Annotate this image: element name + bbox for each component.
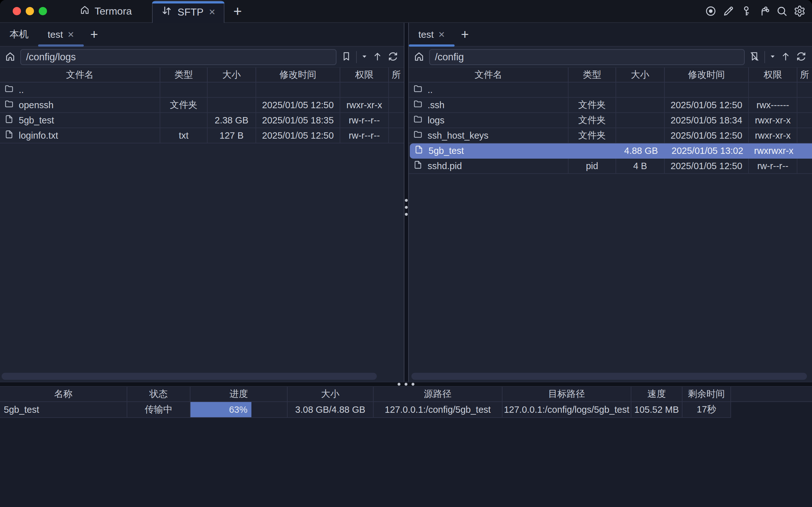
parent-directory-icon[interactable] bbox=[780, 51, 791, 63]
refresh-icon[interactable] bbox=[387, 51, 399, 63]
horizontal-scrollbar[interactable] bbox=[2, 373, 377, 380]
column-header-owner[interactable]: 所 bbox=[389, 68, 404, 82]
column-header-remaining[interactable]: 剩余时间 bbox=[683, 387, 731, 402]
tab-remote-test[interactable]: test ✕ bbox=[409, 23, 454, 46]
column-header-name[interactable]: 名称 bbox=[0, 387, 127, 402]
tab-home[interactable]: Termora bbox=[76, 4, 135, 18]
transfer-status: 传输中 bbox=[127, 402, 191, 418]
tab-local-machine[interactable]: 本机 bbox=[0, 23, 38, 46]
titlebar: Termora SFTP ✕ + bbox=[0, 0, 812, 23]
column-header-size[interactable]: 大小 bbox=[287, 387, 374, 402]
pane-splitter-vertical[interactable] bbox=[404, 23, 409, 382]
close-icon[interactable]: ✕ bbox=[209, 8, 216, 16]
file-icon bbox=[4, 129, 14, 142]
column-header-owner[interactable]: 所 bbox=[797, 68, 812, 82]
file-icon bbox=[413, 160, 423, 172]
column-header-type[interactable]: 类型 bbox=[160, 68, 208, 82]
pane-splitter-horizontal[interactable] bbox=[0, 382, 812, 387]
refresh-icon[interactable] bbox=[796, 51, 807, 63]
new-main-tab-button[interactable]: + bbox=[233, 4, 242, 18]
table-row[interactable]: logs 文件夹 2025/01/05 18:34 rwxr-xr-x bbox=[409, 113, 812, 128]
column-header-target[interactable]: 目标路径 bbox=[502, 387, 631, 402]
column-header-type[interactable]: 类型 bbox=[569, 68, 616, 82]
home-icon[interactable] bbox=[413, 51, 425, 63]
progress-label: 63% bbox=[229, 404, 247, 415]
home-icon[interactable] bbox=[4, 51, 16, 63]
folder-icon bbox=[413, 99, 423, 111]
table-row[interactable]: sshd.pid pid 4 B 2025/01/05 12:50 rw-r--… bbox=[409, 159, 812, 174]
column-header-size[interactable]: 大小 bbox=[616, 68, 665, 82]
file-name: logs bbox=[428, 115, 444, 126]
transfer-arrows-icon bbox=[161, 5, 172, 19]
sftp-tab-label: SFTP bbox=[177, 6, 204, 18]
file-name: ssh_host_keys bbox=[428, 130, 489, 141]
parent-directory-icon[interactable] bbox=[372, 51, 383, 63]
file-name: .ssh bbox=[428, 100, 444, 110]
table-row[interactable]: loginfo.txt txt 127 B 2025/01/05 12:50 r… bbox=[0, 128, 404, 144]
column-header-modified[interactable]: 修改时间 bbox=[665, 68, 749, 82]
bookmark-icon[interactable] bbox=[341, 51, 352, 63]
chevron-down-icon[interactable] bbox=[361, 53, 368, 61]
horizontal-scrollbar[interactable] bbox=[412, 373, 807, 380]
remote-pane-tabs: test ✕ + bbox=[409, 23, 812, 47]
folder-icon bbox=[413, 114, 423, 126]
home-icon bbox=[79, 4, 90, 18]
local-path-input[interactable] bbox=[20, 49, 336, 65]
edit-icon[interactable] bbox=[722, 5, 735, 17]
settings-icon[interactable] bbox=[794, 5, 806, 17]
bookmark-slash-icon[interactable] bbox=[749, 51, 760, 63]
table-row-selected[interactable]: 5gb_test 4.88 GB 2025/01/05 13:02 rwxrwx… bbox=[410, 144, 812, 159]
column-header-blank bbox=[731, 387, 812, 402]
column-header-modified[interactable]: 修改时间 bbox=[256, 68, 340, 82]
close-icon[interactable]: ✕ bbox=[67, 31, 74, 39]
folder-icon bbox=[413, 129, 423, 142]
transfer-header: 名称 状态 进度 大小 源路径 目标路径 速度 剩余时间 bbox=[0, 387, 812, 402]
divider bbox=[356, 51, 357, 63]
column-header-source[interactable]: 源路径 bbox=[374, 387, 502, 402]
active-tab-underline bbox=[409, 44, 454, 47]
new-local-tab-button[interactable]: + bbox=[84, 23, 104, 46]
table-row[interactable]: 5gb_test 2.38 GB 2025/01/05 18:35 rw-r--… bbox=[0, 113, 404, 128]
column-header-speed[interactable]: 速度 bbox=[631, 387, 683, 402]
remote-path-input[interactable] bbox=[429, 49, 745, 65]
tab-sftp[interactable]: SFTP ✕ bbox=[152, 1, 224, 23]
column-header-status[interactable]: 状态 bbox=[127, 387, 191, 402]
table-row[interactable]: .. bbox=[0, 82, 404, 98]
minimize-window-button[interactable] bbox=[26, 7, 34, 15]
record-icon[interactable] bbox=[705, 5, 717, 17]
table-row[interactable]: .. bbox=[409, 82, 812, 98]
new-remote-tab-button[interactable]: + bbox=[454, 23, 475, 46]
tab-label: test bbox=[418, 29, 434, 40]
search-icon[interactable] bbox=[776, 5, 788, 17]
tab-label: test bbox=[48, 29, 63, 40]
chevron-down-icon[interactable] bbox=[769, 53, 776, 61]
column-header-size[interactable]: 大小 bbox=[208, 68, 256, 82]
transfer-remaining-time: 17秒 bbox=[683, 402, 731, 418]
column-header-perms[interactable]: 权限 bbox=[340, 68, 389, 82]
file-name: loginfo.txt bbox=[19, 130, 58, 141]
column-header-name[interactable]: 文件名 bbox=[409, 68, 569, 82]
column-header-name[interactable]: 文件名 bbox=[0, 68, 160, 82]
splitter-handle-dots bbox=[405, 199, 408, 216]
table-row[interactable]: openssh 文件夹 2025/01/05 12:50 rwxr-xr-x bbox=[0, 98, 404, 113]
transfer-row[interactable]: 5gb_test 传输中 63% 3.08 GB/4.88 GB 127.0.0… bbox=[0, 402, 812, 418]
close-icon[interactable]: ✕ bbox=[438, 31, 445, 39]
file-icon bbox=[414, 145, 424, 157]
remote-pathbar bbox=[409, 47, 812, 67]
table-row[interactable]: ssh_host_keys 文件夹 2025/01/05 12:50 rwxr-… bbox=[409, 128, 812, 144]
table-row[interactable]: .ssh 文件夹 2025/01/05 12:50 rwx------ bbox=[409, 98, 812, 113]
key-icon[interactable] bbox=[740, 5, 752, 17]
folder-icon bbox=[4, 99, 14, 111]
tab-local-test[interactable]: test ✕ bbox=[38, 23, 84, 46]
progress-fill: 63% bbox=[191, 402, 252, 417]
file-name: sshd.pid bbox=[428, 161, 462, 171]
zoom-window-button[interactable] bbox=[39, 7, 47, 15]
column-header-progress[interactable]: 进度 bbox=[191, 387, 287, 402]
branch-icon[interactable] bbox=[758, 5, 770, 17]
toolbar bbox=[705, 5, 812, 17]
active-tab-underline bbox=[38, 44, 84, 47]
splitter-handle-dots bbox=[398, 383, 415, 386]
close-window-button[interactable] bbox=[13, 7, 21, 15]
column-header-perms[interactable]: 权限 bbox=[749, 68, 797, 82]
remote-pane: test ✕ + bbox=[409, 23, 812, 382]
